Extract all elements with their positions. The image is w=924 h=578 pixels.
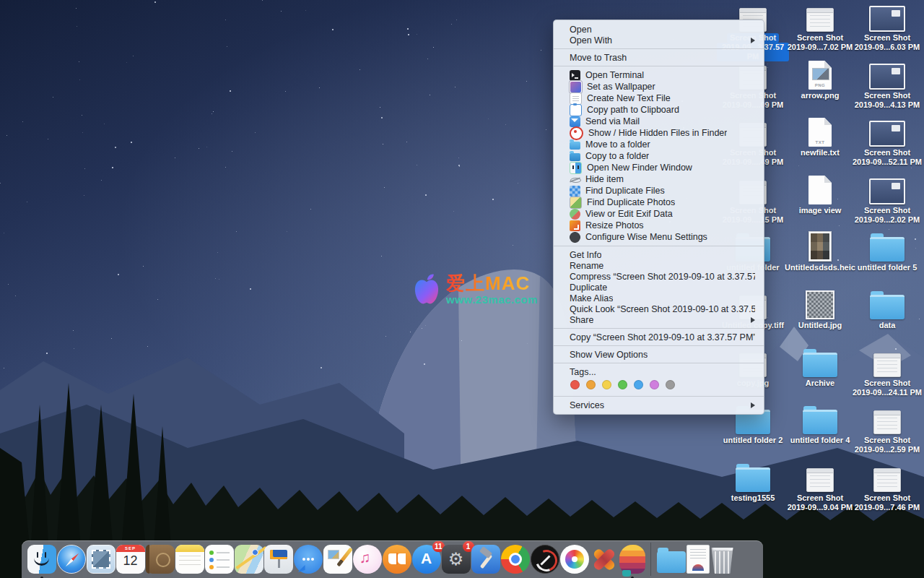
menu-item-move-to-a-folder[interactable]: Move to a folder: [554, 139, 764, 150]
dock-mail-icon[interactable]: [87, 545, 116, 574]
dock-color-picker-app-icon[interactable]: [531, 545, 559, 574]
dock-contacts-icon[interactable]: [146, 545, 175, 574]
dock-reminders-icon[interactable]: [205, 545, 234, 574]
menu-item-move-to-trash[interactable]: Move to Trash: [554, 52, 764, 63]
dock-finder-icon[interactable]: [27, 545, 56, 574]
menu-item-resize-photos[interactable]: Resize Photos: [554, 220, 764, 231]
dock-calendar-icon[interactable]: SEP12: [116, 545, 145, 574]
menu-item-open-with[interactable]: Open With: [554, 35, 764, 46]
dock-system-preferences-icon[interactable]: 1: [442, 545, 471, 574]
desktop-icon-image-view[interactable]: image view: [784, 174, 856, 215]
dock-messages-icon[interactable]: [294, 545, 323, 574]
terminal-icon: [570, 70, 580, 81]
menu-item-show-view-options[interactable]: Show View Options: [554, 349, 764, 360]
menu-item-view-or-edit-exif-data[interactable]: View or Edit Exif Data: [554, 208, 764, 220]
menu-item-make-alias[interactable]: Make Alias: [554, 293, 764, 303]
desktop-icon-art: [736, 462, 770, 492]
desktop-icon-archive[interactable]: Archive: [784, 347, 856, 388]
menu-item-tags[interactable]: Tags...: [554, 366, 764, 377]
dock-itunes-icon[interactable]: [353, 545, 382, 574]
desktop-icon-label: untitled folder 4: [790, 436, 850, 445]
desktop-icon-screen-shot-2019-09-2-59-pm[interactable]: Screen Shot2019-09...2.59 PM: [851, 404, 923, 454]
menu-separator: [554, 345, 764, 346]
dock-chrome-icon[interactable]: [501, 545, 530, 574]
menu-item-open[interactable]: Open: [554, 24, 764, 35]
menu-item-open-new-finder-window[interactable]: Open New Finder Window: [554, 162, 764, 173]
menu-item-compress-screen-shot-2019-09-10-at-3-37-[interactable]: Compress “Screen Shot 2019-09-10 at 3.37…: [554, 271, 764, 282]
dock-textedit-icon[interactable]: [323, 545, 352, 574]
desktop-icon-testing1555[interactable]: testing1555: [717, 462, 789, 503]
menu-item-find-duplicate-files[interactable]: Find Duplicate Files: [554, 185, 764, 197]
exif-icon: [570, 209, 580, 220]
menu-item-services[interactable]: Services: [554, 400, 764, 410]
desktop-icon-art: [869, 1, 905, 32]
dock-maps-icon[interactable]: [235, 545, 263, 574]
dock-xcode-icon[interactable]: [471, 545, 500, 574]
dock-notes-icon[interactable]: [175, 545, 204, 574]
desktop-icon-screen-shot-2019-09-2-02-pm[interactable]: Screen Shot2019-09...2.02 PM: [851, 174, 923, 225]
desktop-icon-untitled-folder-5[interactable]: untitled folder 5: [851, 231, 923, 272]
desktop-icon-screen-shot-2019-09-7-46-pm[interactable]: Screen Shot2019-09...7.46 PM: [851, 462, 923, 512]
menu-item-quick-look-screen-shot-2019-09-10-at-3-3[interactable]: Quick Look “Screen Shot 2019-09-10 at 3.…: [554, 303, 764, 314]
menu-item-set-as-wallpaper[interactable]: Set as Wallpaper: [554, 81, 764, 92]
menu-separator: [554, 363, 764, 363]
desktop-icon-arrow-png[interactable]: PNGarrow.png: [784, 59, 856, 100]
desktop-icon-untitled-folder-4[interactable]: untitled folder 4: [784, 404, 856, 445]
desktop-icon-data[interactable]: data: [851, 289, 923, 330]
menu-item-label: Rename: [570, 261, 603, 271]
tag-red[interactable]: [570, 380, 580, 389]
tag-blue[interactable]: [634, 380, 643, 389]
menu-item-hide-item[interactable]: Hide item: [554, 173, 764, 185]
menu-item-send-via-mail[interactable]: Send via Mail: [554, 116, 764, 127]
folder-icon: [870, 295, 905, 319]
desktop-icon-screen-shot-2019-09-6-03-pm[interactable]: Screen Shot2019-09...6.03 PM: [851, 1, 923, 52]
desktop-icon-newfile-txt[interactable]: TXTnewfile.txt: [784, 116, 856, 158]
desktop-icon-screen-shot-2019-09-24-11-pm[interactable]: Screen Shot2019-09...24.11 PM: [851, 347, 923, 397]
menu-item-label: Show / Hide Hidden Files in Finder: [588, 128, 727, 138]
menu-item-copy-path-to-clipboard[interactable]: Copy path to Clipboard: [554, 104, 764, 116]
dock-keynote-icon[interactable]: [264, 545, 293, 574]
dock-profile-head-app-icon[interactable]: [619, 545, 645, 574]
menu-item-label: Share: [570, 315, 593, 325]
menu-item-share[interactable]: Share: [554, 314, 764, 325]
menu-item-create-new-text-file[interactable]: Create New Text File: [554, 92, 764, 104]
desktop-icon-screen-shot-2019-09-9-04-pm[interactable]: Screen Shot2019-09...9.04 PM: [784, 462, 856, 512]
menu-item-label: Make Alias: [570, 293, 613, 303]
menu-item-copy-to-a-folder[interactable]: Copy to a folder: [554, 150, 764, 162]
menu-item-open-terminal[interactable]: Open Terminal: [554, 69, 764, 81]
desktop-icon-screen-shot-2019-09-7-02-pm[interactable]: Screen Shot2019-09...7.02 PM: [784, 1, 856, 52]
menu-item-rename[interactable]: Rename: [554, 260, 764, 271]
desktop-icon-art: [806, 462, 834, 492]
tag-gray[interactable]: [666, 380, 675, 389]
desktop-icon-art: [870, 289, 905, 319]
desktop-icon-untitledsdsds-heic[interactable]: Untitledsdsds.heic: [784, 231, 856, 272]
dock-safari-icon[interactable]: [57, 545, 86, 574]
menu-item-label: Create New Text File: [587, 93, 671, 103]
desktop-icon-screen-shot-2019-09-52-11-pm[interactable]: Screen Shot2019-09...52.11 PM: [851, 116, 923, 167]
menu-separator: [554, 328, 764, 329]
menu-item-get-info[interactable]: Get Info: [554, 249, 764, 260]
dock-photos-icon[interactable]: [560, 545, 589, 574]
menu-item-duplicate[interactable]: Duplicate: [554, 282, 764, 293]
desktop-icon-label: Screen Shot2019-09...2.02 PM: [855, 206, 920, 225]
menu-item-show-hide-hidden-files-in-finder[interactable]: Show / Hide Hidden Files in Finder: [554, 127, 764, 139]
screenshot-file-icon: [873, 410, 901, 434]
tag-green[interactable]: [618, 380, 627, 389]
tag-purple[interactable]: [650, 380, 659, 389]
desktop-icon-untitled-jpg[interactable]: Untitled.jpg: [784, 289, 856, 330]
dock-x-shaped-app-icon[interactable]: [590, 545, 619, 574]
desktop-icon-label: Archive: [806, 379, 834, 388]
dock-trash-icon[interactable]: [710, 545, 735, 574]
menu-item-configure-wise-menu-settings[interactable]: Configure Wise Menu Settings: [554, 231, 764, 243]
dock-documents-stack-icon[interactable]: [687, 545, 710, 574]
tag-yellow[interactable]: [602, 380, 611, 389]
dock-ibooks-icon[interactable]: [383, 545, 411, 574]
tag-orange[interactable]: [586, 380, 596, 389]
menu-item-label: Copy path to Clipboard: [587, 105, 679, 115]
menu-item-copy-screen-shot-2019-09-10-at-3-37-57-p[interactable]: Copy “Screen Shot 2019-09-10 at 3.37.57 …: [554, 332, 764, 342]
dock-downloads-folder-icon[interactable]: [657, 551, 686, 573]
dock-app-store-icon[interactable]: 11: [412, 545, 441, 574]
desktop-icon-art: [870, 231, 905, 262]
menu-item-find-duplicate-photos[interactable]: Find Duplicate Photos: [554, 197, 764, 208]
desktop-icon-screen-shot-2019-09-4-13-pm[interactable]: Screen Shot2019-09...4.13 PM: [851, 59, 923, 110]
